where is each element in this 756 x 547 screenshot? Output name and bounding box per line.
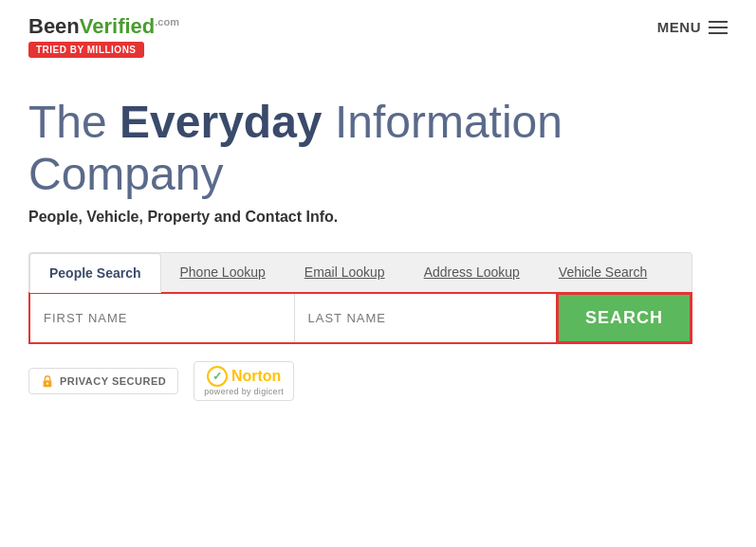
search-form: SEARCH — [28, 292, 692, 344]
privacy-label: PRIVACY SECURED — [60, 375, 166, 387]
logo-verified: Verified — [80, 14, 155, 38]
tried-badge: TRIED BY MILLIONS — [28, 42, 144, 58]
tab-vehicle-search[interactable]: Vehicle Search — [540, 253, 667, 292]
tab-phone-lookup[interactable]: Phone Lookup — [161, 253, 286, 292]
hamburger-icon — [709, 21, 728, 34]
headline-emphasis: Everyday — [120, 97, 323, 147]
svg-point-1 — [46, 382, 48, 384]
logo-been: Been — [28, 14, 80, 38]
search-tabs: People Search Phone Lookup Email Lookup … — [28, 252, 692, 292]
tab-people-search[interactable]: People Search — [29, 253, 161, 293]
norton-checkmark-icon: ✓ — [207, 366, 228, 387]
logo-area: BeenVerified.com TRIED BY MILLIONS — [28, 15, 179, 58]
badges-row: PRIVACY SECURED ✓ Norton powered by digi… — [28, 361, 728, 401]
norton-label: Norton — [231, 368, 281, 385]
subheadline: People, Vehicle, Property and Contact In… — [28, 209, 728, 226]
menu-label: MENU — [657, 19, 701, 35]
norton-badge: ✓ Norton powered by digicert — [194, 361, 294, 401]
norton-powered: powered by digicert — [204, 387, 284, 396]
logo-dotcom: .com — [155, 16, 179, 27]
headline: The Everyday InformationCompany — [28, 96, 728, 200]
search-button[interactable]: SEARCH — [556, 292, 692, 344]
first-name-input[interactable] — [30, 294, 295, 342]
tab-address-lookup[interactable]: Address Lookup — [405, 253, 540, 292]
headline-part1: The — [28, 97, 120, 147]
main-content: The Everyday InformationCompany People, … — [0, 67, 756, 419]
last-name-input[interactable] — [295, 294, 559, 342]
privacy-badge: PRIVACY SECURED — [28, 368, 178, 394]
logo[interactable]: BeenVerified.com — [28, 15, 179, 38]
header: BeenVerified.com TRIED BY MILLIONS MENU — [0, 0, 756, 67]
tab-email-lookup[interactable]: Email Lookup — [286, 253, 405, 292]
lock-icon — [41, 374, 54, 388]
norton-top: ✓ Norton — [207, 366, 281, 387]
menu-button[interactable]: MENU — [657, 15, 728, 35]
